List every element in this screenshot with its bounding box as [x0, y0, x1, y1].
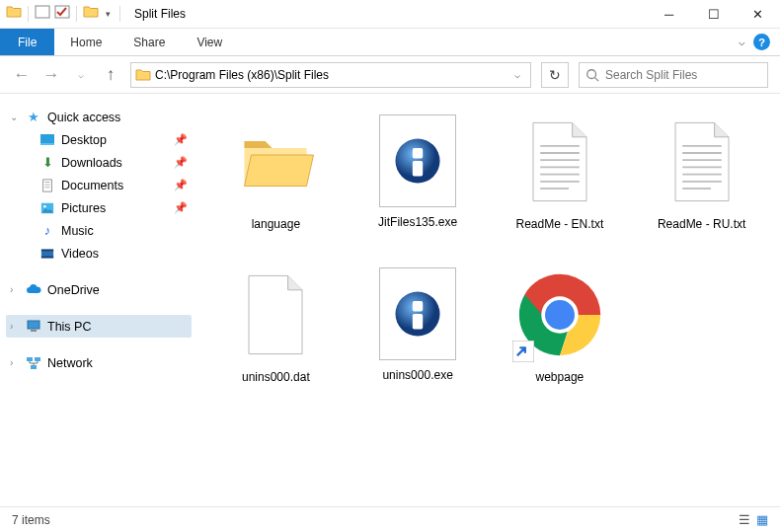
- sidebar-item-label: Pictures: [61, 201, 106, 215]
- blank-file-icon: [228, 267, 323, 362]
- sidebar-item-pictures[interactable]: Pictures 📌: [6, 196, 192, 219]
- text-file-icon: [512, 114, 607, 209]
- help-icon[interactable]: ?: [753, 34, 770, 50]
- sidebar-item-downloads[interactable]: ⬇ Downloads 📌: [6, 151, 192, 174]
- sidebar-item-label: Network: [47, 356, 93, 370]
- pin-icon: 📌: [174, 201, 188, 214]
- sidebar: ⌄ ★ Quick access Desktop 📌 ⬇ Downloads 📌…: [0, 94, 197, 504]
- documents-icon: [39, 178, 55, 193]
- sidebar-item-label: This PC: [47, 320, 91, 334]
- star-icon: ★: [26, 110, 41, 125]
- sidebar-item-label: Desktop: [61, 133, 107, 147]
- chevron-right-icon: ›: [10, 321, 13, 332]
- list-item[interactable]: JitFiles135.exe: [350, 108, 487, 256]
- item-label: JitFiles135.exe: [378, 215, 457, 229]
- onedrive-icon: [26, 282, 41, 298]
- music-icon: ♪: [39, 223, 55, 239]
- view-large-icons-icon[interactable]: ▦: [756, 512, 768, 527]
- search-input[interactable]: [605, 68, 761, 82]
- svg-line-3: [595, 77, 599, 81]
- pictures-icon: [39, 200, 55, 216]
- application-icon: [379, 114, 456, 207]
- sidebar-item-music[interactable]: ♪ Music: [6, 219, 192, 242]
- videos-icon: [39, 246, 55, 262]
- chevron-right-icon: ›: [10, 284, 13, 295]
- forward-button[interactable]: →: [41, 65, 61, 85]
- folder-icon: [135, 67, 151, 83]
- list-item[interactable]: unins000.exe: [350, 261, 487, 409]
- list-item[interactable]: unins000.dat: [207, 261, 345, 409]
- svg-rect-16: [31, 330, 37, 332]
- pin-icon: 📌: [174, 133, 188, 146]
- folder-icon: [228, 114, 323, 209]
- ribbon: File Home Share View ⌵ ?: [0, 29, 780, 56]
- sidebar-item-videos[interactable]: Videos: [6, 242, 192, 265]
- item-label: language: [252, 217, 300, 231]
- list-item[interactable]: ReadMe - EN.txt: [492, 108, 629, 256]
- view-details-icon[interactable]: ☰: [739, 512, 750, 527]
- up-button[interactable]: ↑: [101, 65, 120, 85]
- sidebar-item-documents[interactable]: Documents 📌: [6, 174, 192, 196]
- sidebar-item-label: Documents: [61, 179, 123, 192]
- svg-rect-21: [413, 148, 423, 158]
- item-label: webpage: [536, 370, 585, 384]
- network-icon: [26, 355, 41, 371]
- ribbon-chevron-icon[interactable]: ⌵: [739, 36, 745, 48]
- address-dropdown-icon[interactable]: ⌵: [508, 69, 526, 80]
- tab-view[interactable]: View: [181, 29, 238, 55]
- sidebar-item-desktop[interactable]: Desktop 📌: [6, 128, 192, 151]
- desktop-icon: [39, 132, 55, 148]
- item-label: unins000.exe: [382, 368, 452, 382]
- status-bar: 7 items ☰ ▦: [0, 506, 780, 532]
- svg-rect-39: [413, 314, 423, 330]
- item-label: unins000.dat: [242, 370, 310, 384]
- list-item[interactable]: webpage: [492, 261, 629, 409]
- svg-rect-19: [31, 365, 37, 369]
- svg-rect-13: [41, 249, 53, 251]
- sidebar-item-network[interactable]: › Network: [6, 351, 192, 374]
- window-title: Split Files: [134, 7, 186, 21]
- svg-rect-22: [413, 161, 423, 177]
- title-bar: ▾ Split Files ─ ☐ ✕: [0, 0, 780, 29]
- checkbox-icon: [54, 4, 70, 24]
- svg-point-11: [43, 204, 46, 207]
- file-tab[interactable]: File: [0, 29, 54, 55]
- file-list: language JitFiles135.exe: [197, 94, 780, 504]
- sidebar-item-label: Music: [61, 224, 94, 238]
- svg-rect-0: [36, 6, 49, 18]
- svg-rect-18: [35, 357, 40, 361]
- address-bar[interactable]: ⌵: [130, 62, 531, 88]
- pin-icon: 📌: [174, 156, 188, 169]
- thispc-icon: [26, 319, 41, 335]
- svg-rect-15: [28, 321, 39, 329]
- sidebar-item-label: OneDrive: [47, 283, 100, 297]
- refresh-button[interactable]: ↻: [541, 62, 569, 88]
- sidebar-item-thispc[interactable]: › This PC: [6, 315, 192, 338]
- search-box[interactable]: [579, 62, 768, 88]
- address-input[interactable]: [155, 68, 508, 82]
- recent-dropdown-icon[interactable]: ⌵: [71, 69, 91, 80]
- svg-rect-6: [43, 179, 52, 190]
- back-button[interactable]: ←: [12, 65, 32, 85]
- maximize-button[interactable]: ☐: [691, 0, 736, 28]
- sidebar-quick-access[interactable]: ⌄ ★ Quick access: [6, 106, 192, 128]
- tab-share[interactable]: Share: [117, 29, 181, 55]
- svg-point-2: [587, 69, 596, 78]
- application-icon: [379, 267, 456, 360]
- qa-dropdown-icon[interactable]: ▾: [103, 9, 114, 19]
- list-item[interactable]: ReadMe - RU.txt: [633, 108, 770, 256]
- item-label: ReadMe - EN.txt: [516, 217, 604, 231]
- folder-icon-2: [83, 4, 99, 24]
- close-button[interactable]: ✕: [736, 0, 780, 28]
- chrome-icon: [512, 267, 607, 362]
- sidebar-item-label: Quick access: [47, 111, 120, 124]
- sidebar-item-onedrive[interactable]: › OneDrive: [6, 278, 192, 301]
- text-file-icon: [655, 114, 749, 209]
- list-item[interactable]: language: [207, 108, 345, 256]
- svg-rect-4: [40, 134, 54, 143]
- tab-home[interactable]: Home: [54, 29, 117, 55]
- svg-rect-17: [27, 357, 33, 361]
- chevron-right-icon: ›: [10, 357, 13, 368]
- sidebar-item-label: Downloads: [61, 156, 122, 170]
- minimize-button[interactable]: ─: [647, 0, 691, 28]
